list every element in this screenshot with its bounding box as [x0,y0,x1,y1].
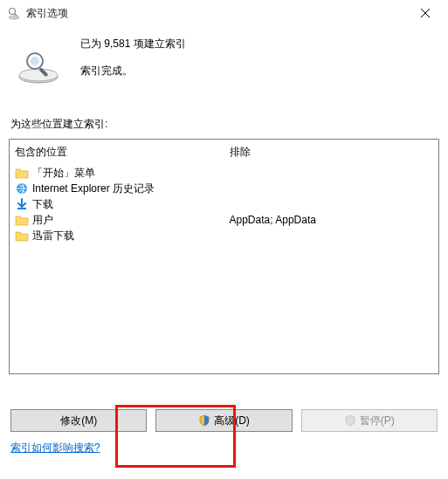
index-icon [16,42,61,87]
window-title: 索引选项 [26,6,408,21]
included-column: 包含的位置 「开始」菜单 Internet Explorer 历史记录 下载 [10,140,224,373]
excluded-column: 排除 AppData; AppData [224,140,439,373]
excluded-item [230,196,434,212]
index-status-text: 索引完成。 [80,64,186,79]
app-icon [7,6,21,20]
list-item[interactable]: 「开始」菜单 [15,165,219,181]
advanced-button[interactable]: 高级(D) [155,409,292,432]
folder-icon [15,213,29,227]
status-section: 已为 9,581 项建立索引 索引完成。 [9,26,439,94]
locations-panel: 包含的位置 「开始」菜单 Internet Explorer 历史记录 下载 [9,139,439,374]
svg-rect-11 [17,208,26,209]
index-count-text: 已为 9,581 项建立索引 [80,37,186,51]
svg-point-0 [10,9,16,15]
button-label: 高级(D) [214,414,250,428]
list-item[interactable]: 用户 [15,212,219,228]
excluded-header: 排除 [230,145,434,160]
folder-icon [15,166,29,180]
close-button[interactable] [408,1,443,25]
list-item[interactable]: 迅雷下载 [15,228,219,243]
included-header: 包含的位置 [15,145,219,160]
list-item-label: 用户 [32,212,53,228]
shield-icon [198,414,210,427]
svg-point-8 [31,57,39,65]
excluded-item [230,181,434,196]
list-item[interactable]: Internet Explorer 历史记录 [15,181,219,196]
close-icon [421,9,430,17]
svg-point-6 [19,69,58,81]
excluded-item [230,165,434,181]
pause-button: 暂停(P) [301,409,438,432]
shield-icon [344,414,356,427]
button-label: 修改(M) [60,414,97,428]
list-item-label: 「开始」菜单 [32,165,95,181]
excluded-item [230,228,434,243]
button-label: 暂停(P) [360,414,395,428]
list-item-label: 迅雷下载 [32,228,74,243]
help-link[interactable]: 索引如何影响搜索? [10,441,100,455]
titlebar: 索引选项 [0,0,448,26]
list-item[interactable]: 下载 [15,196,219,212]
modify-button[interactable]: 修改(M) [10,409,147,432]
download-icon [15,197,29,211]
list-item-label: Internet Explorer 历史记录 [32,181,155,196]
folder-icon [15,229,29,243]
excluded-item: AppData; AppData [230,212,434,228]
ie-icon [15,181,29,195]
locations-label: 为这些位置建立索引: [10,117,439,132]
list-item-label: 下载 [32,196,53,212]
svg-point-2 [9,16,19,19]
